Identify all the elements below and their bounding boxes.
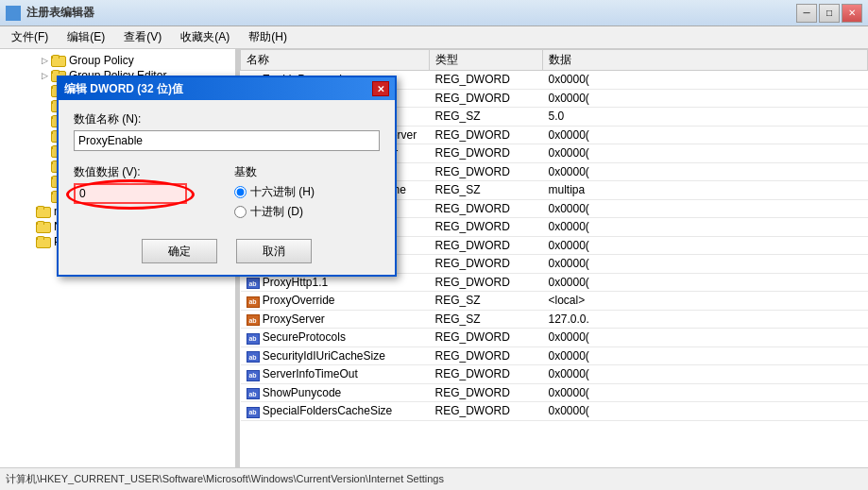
window-controls: ─ □ ✕ [796, 4, 862, 23]
dialog-left: 数值数据 (V): [74, 164, 219, 224]
dword-icon: ab [247, 407, 260, 418]
minimize-button[interactable]: ─ [796, 4, 817, 23]
col-type: 类型 [430, 50, 543, 71]
cell-name: ab ShowPunycode [241, 383, 430, 402]
dialog-close-button[interactable]: ✕ [372, 81, 389, 96]
tree-label: Group Policy [69, 54, 134, 67]
cell-name: ab ProxyServer [241, 310, 430, 329]
cell-data: 0x0000( [543, 144, 868, 163]
radio-group: 十六进制 (H) 十进制 (D) [234, 184, 380, 220]
tree-item-group-policy[interactable]: ▷ Group Policy [0, 53, 235, 68]
cell-data: 5.0 [543, 108, 868, 127]
menu-file[interactable]: 文件(F) [4, 27, 56, 47]
menu-bar: 文件(F) 编辑(E) 查看(V) 收藏夹(A) 帮助(H) [0, 26, 868, 49]
cell-type: REG_SZ [430, 310, 543, 329]
dialog-title: 编辑 DWORD (32 位)值 [64, 81, 183, 97]
radio-hex-label: 十六进制 (H) [250, 184, 315, 200]
cell-data: 0x0000( [543, 255, 868, 274]
cell-data: 0x0000( [543, 199, 868, 218]
dialog-title-bar: 编辑 DWORD (32 位)值 ✕ [59, 77, 395, 100]
cancel-button[interactable]: 取消 [236, 239, 312, 263]
cell-type: REG_DWORD [430, 365, 543, 384]
dialog-row: 数值数据 (V): 基数 十六进制 (H) [74, 164, 380, 224]
cell-type: REG_DWORD [430, 329, 543, 347]
expand-icon [38, 190, 51, 203]
table-row[interactable]: ab ShowPunycodeREG_DWORD0x0000( [241, 383, 868, 402]
cell-type: REG_SZ [430, 181, 543, 200]
cell-data: 0x0000( [543, 365, 868, 384]
cell-type: REG_DWORD [430, 255, 543, 274]
expand-icon: ▷ [38, 69, 51, 82]
cell-type: REG_DWORD [430, 144, 543, 163]
dword-icon: ab [247, 351, 260, 363]
folder-icon [36, 220, 51, 233]
cell-name: ab SpecialFoldersCacheSize [241, 402, 430, 421]
table-row[interactable]: ab ProxyServerREG_SZ127.0.0. [241, 310, 868, 329]
col-name: 名称 [241, 50, 430, 71]
field-name-input[interactable] [74, 130, 380, 151]
radio-hex[interactable]: 十六进制 (H) [234, 184, 380, 200]
menu-edit[interactable]: 编辑(E) [60, 27, 112, 47]
cell-data: 0x0000( [543, 402, 868, 421]
cell-type: REG_DWORD [430, 273, 543, 292]
menu-favorites[interactable]: 收藏夹(A) [173, 27, 237, 47]
cell-name: ab ProxyOverride [241, 292, 430, 311]
cell-data: 127.0.0. [543, 310, 868, 329]
expand-icon [38, 144, 51, 158]
table-row[interactable]: ab SecurityIdIUriCacheSizeREG_DWORD0x000… [241, 346, 868, 365]
expand-icon [38, 129, 51, 143]
cell-type: REG_DWORD [430, 126, 543, 144]
cell-data: 0x0000( [543, 162, 868, 181]
cell-name: ab ServerInfoTimeOut [241, 365, 430, 384]
close-button[interactable]: ✕ [842, 4, 862, 23]
cell-data: multipa [543, 181, 868, 200]
radio-dec-label: 十进制 (D) [250, 204, 303, 220]
table-row[interactable]: ab SpecialFoldersCacheSizeREG_DWORD0x000… [241, 402, 868, 421]
dialog-buttons: 确定 取消 [74, 239, 380, 263]
cell-data: 0x0000( [543, 273, 868, 292]
cell-name: ab SecureProtocols [241, 329, 430, 347]
dword-icon: ab [247, 388, 260, 399]
cell-data: 0x0000( [543, 346, 868, 365]
expand-icon [23, 235, 36, 248]
radio-hex-input[interactable] [234, 186, 247, 198]
cell-data: 0x0000( [543, 218, 868, 237]
cell-data: 0x0000( [543, 329, 868, 347]
expand-icon [38, 114, 51, 127]
expand-icon: ▷ [38, 54, 51, 67]
ok-button[interactable]: 确定 [142, 239, 217, 263]
cell-data: 0x0000( [543, 89, 868, 108]
folder-icon [36, 235, 51, 248]
cell-type: REG_DWORD [430, 89, 543, 108]
expand-icon [23, 220, 36, 233]
menu-help[interactable]: 帮助(H) [241, 27, 295, 47]
dword-icon: ab [247, 333, 260, 345]
app-icon [6, 6, 21, 21]
radio-dec-input[interactable] [234, 206, 247, 218]
menu-view[interactable]: 查看(V) [116, 27, 169, 47]
table-row[interactable]: ab ProxyOverrideREG_SZ<local> [241, 292, 868, 311]
sz-icon: ab [247, 314, 260, 326]
cell-type: REG_DWORD [430, 236, 543, 255]
table-row[interactable]: ab SecureProtocolsREG_DWORD0x0000( [241, 329, 868, 347]
dword-edit-dialog[interactable]: 编辑 DWORD (32 位)值 ✕ 数值名称 (N): 数值数据 (V): 基… [57, 76, 397, 277]
cell-type: REG_SZ [430, 108, 543, 127]
dword-icon: ab [247, 278, 260, 289]
expand-icon [38, 99, 51, 112]
status-text: 计算机\HKEY_CURRENT_USER\Software\Microsoft… [6, 472, 444, 486]
base-label: 基数 [234, 164, 380, 180]
cell-type: REG_DWORD [430, 199, 543, 218]
cell-name: ab SecurityIdIUriCacheSize [241, 346, 430, 365]
value-input-wrapper [74, 183, 187, 204]
field-value-input[interactable] [74, 183, 187, 204]
status-bar: 计算机\HKEY_CURRENT_USER\Software\Microsoft… [0, 467, 868, 490]
table-row[interactable]: ab ServerInfoTimeOutREG_DWORD0x0000( [241, 365, 868, 384]
dialog-right: 基数 十六进制 (H) 十进制 (D) [234, 164, 380, 224]
cell-type: REG_DWORD [430, 383, 543, 402]
radio-dec[interactable]: 十进制 (D) [234, 204, 380, 220]
cell-type: REG_SZ [430, 292, 543, 311]
maximize-button[interactable]: □ [819, 4, 840, 23]
dialog-body: 数值名称 (N): 数值数据 (V): 基数 十六进制 (H) [59, 100, 395, 275]
folder-icon [51, 54, 66, 67]
expand-icon [38, 160, 51, 173]
